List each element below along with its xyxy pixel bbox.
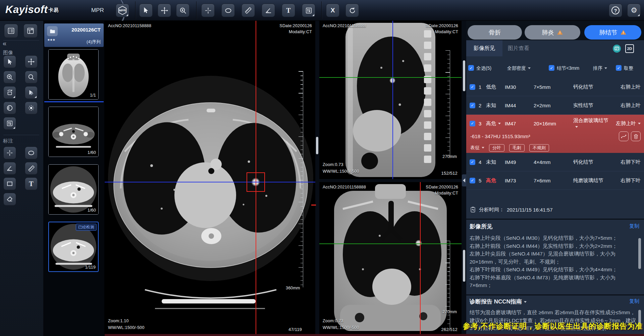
angle-tool-button[interactable] (262, 4, 275, 17)
sagittal-slice-counter: 152/512 (441, 171, 458, 176)
window-level-button[interactable] (302, 4, 315, 17)
small-nodule-checkbox[interactable] (549, 65, 554, 71)
sidebar-rotate-button[interactable] (3, 86, 16, 99)
ellipse-annotation-button[interactable] (221, 4, 235, 17)
copy-report-button[interactable]: 复制 (629, 298, 639, 304)
nodule-type-dropdown[interactable]: 混合磨玻璃结节 (573, 117, 609, 129)
nodule-grade-dropdown[interactable]: 高危 (486, 120, 505, 127)
findings-scrollbar-thumb[interactable] (638, 238, 641, 269)
help-button[interactable]: ? (609, 4, 622, 17)
series-thumbnail-detected[interactable]: 已经检测 1/119 (48, 222, 99, 272)
nodule-row-2[interactable]: 2 未知 IM44 2×2mm 实性结节 右肺上叶 (466, 96, 644, 115)
sidebar-zoom-in-button[interactable] (3, 71, 16, 83)
cursor-icon (142, 7, 150, 14)
feature-chip-irregular[interactable]: 不规则 (529, 144, 549, 152)
contrast-icon (6, 104, 13, 112)
mpr-layout-button[interactable]: MPR (116, 4, 129, 17)
module-tab-fracture[interactable]: 骨折 (468, 25, 522, 40)
module-tab-lung-nodule[interactable]: 肺结节 (584, 25, 641, 40)
close-layout-button[interactable] (23, 24, 38, 38)
coronal-crosshair-horizontal[interactable] (319, 243, 462, 244)
settings-button[interactable]: ⚙ (627, 4, 641, 17)
delete-annotation-button[interactable]: X (326, 4, 339, 17)
series-thumbnail-scout[interactable]: 1/1 (48, 49, 99, 100)
sagittal-crosshair-vertical[interactable] (392, 21, 393, 179)
coronal-crosshair-vertical[interactable] (420, 182, 421, 336)
round-checkbox[interactable] (616, 65, 622, 71)
sagittal-crosshair-horizontal[interactable] (319, 77, 462, 78)
coronal-viewport[interactable]: AccNO:202101158888 SDate:20200126 Modali… (319, 182, 462, 336)
annotate-ruler-button[interactable] (25, 162, 38, 175)
sidebar-pointer-button[interactable] (3, 55, 16, 68)
annotate-eraser-button[interactable] (3, 193, 16, 206)
logo-suffix: 卡易 (48, 7, 59, 13)
views-scrollbar-thumb[interactable] (463, 60, 465, 91)
ruler-tool-button[interactable] (241, 4, 255, 17)
nodule-row-4[interactable]: 4 未知 IM49 4×4mm 钙化结节 右肺下叶 (466, 153, 644, 171)
tab-image-view[interactable]: 图片查看 (508, 40, 529, 56)
sidebar-window-level-button[interactable] (3, 117, 16, 130)
nodule-location-dropdown[interactable]: 左肺上叶 (609, 120, 641, 127)
small-nodule-label[interactable]: 结节<3mm (557, 65, 579, 71)
annotate-rectangle-button[interactable] (3, 177, 16, 190)
axial-viewport[interactable]: AccNO:202101158888 SDate:20200126 Modali… (105, 21, 315, 336)
nodule-checkbox[interactable] (470, 103, 475, 108)
sidebar-invert-button[interactable] (3, 102, 16, 114)
nodule-roi-box[interactable] (247, 172, 265, 192)
series-thumbnail-soft[interactable]: 1/60 (48, 164, 99, 215)
sidebar-cine-play-button[interactable] (25, 86, 38, 99)
annotate-ellipse-button[interactable] (25, 147, 38, 159)
feature-chip-lobulation[interactable]: 分叶 (489, 144, 504, 152)
histogram-curve-button[interactable] (619, 131, 629, 141)
tab-image-findings[interactable]: 影像所见 (466, 40, 502, 56)
report-list-button[interactable] (4, 24, 18, 38)
nodule-checkbox[interactable] (470, 121, 475, 126)
crosshair-annotation-button[interactable] (201, 4, 215, 17)
nodule-checkbox[interactable] (470, 159, 475, 165)
views-scrollbar-thumb-lower[interactable] (463, 250, 465, 282)
toggle-2d-button[interactable]: 2D (625, 44, 634, 53)
text-annotation-button[interactable]: T (282, 4, 295, 17)
pointer-tool-button[interactable] (139, 4, 153, 17)
series-thumbnail-bone[interactable]: 1/60 (48, 107, 99, 157)
annotate-angle-button[interactable] (3, 162, 16, 175)
axial-crosshair-horizontal[interactable] (105, 182, 315, 182)
sagittal-modality: Modality:CT (435, 30, 458, 34)
report-feedback-button[interactable] (612, 44, 621, 53)
nodule-checkbox[interactable] (470, 178, 475, 183)
nodule-row-5[interactable]: 5 高危 IM73 7×6mm 纯磨玻璃结节 右肺下叶 (466, 171, 644, 190)
nodule-image-no: IM44 (505, 103, 534, 108)
collapse-panel-handle[interactable] (462, 174, 466, 186)
feature-dropdown[interactable]: 表征 (470, 145, 484, 150)
sagittal-viewport[interactable]: AccNO:202101158888 SDate:20200126 Modali… (319, 21, 462, 179)
sidebar-brightness-button[interactable] (25, 102, 38, 114)
zoom-tool-button[interactable] (176, 4, 190, 17)
annotate-text-button[interactable]: T (25, 177, 38, 190)
pan-tool-button[interactable] (158, 4, 171, 17)
reset-view-button[interactable] (345, 4, 359, 17)
sidebar-pan-button[interactable] (25, 55, 38, 68)
copy-findings-button[interactable]: 复制 (629, 223, 639, 229)
annotate-point-button[interactable] (3, 147, 16, 159)
round-label[interactable]: 取整 (624, 65, 633, 71)
2d-icon-label: 2D (627, 47, 632, 51)
axial-scrollbar-thumb[interactable] (316, 137, 318, 154)
density-filter-dropdown[interactable]: 全部密度 (507, 65, 531, 71)
thumbnail-counter: 1/60 (88, 150, 96, 155)
collapse-sidebar-button[interactable]: « (3, 40, 6, 47)
report-title-dropdown[interactable]: 诊断报告 NCCN指南 (470, 298, 527, 305)
select-all-checkbox[interactable] (468, 65, 474, 71)
select-all-label[interactable]: 全选(5) (476, 65, 491, 71)
findings-line: 左肺上叶尖后段（SeNO.4 IM47）见混合磨玻璃结节影，大小为20×16mm… (470, 250, 637, 266)
delete-nodule-button[interactable] (631, 131, 641, 141)
study-header[interactable]: 20200126CT *** (4)序列 (44, 23, 104, 47)
nodule-row-3-selected[interactable]: 3 高危 IM47 20×16mm 混合磨玻璃结节 左肺上叶 -618 - 34… (466, 115, 644, 153)
play-icon (28, 89, 35, 96)
nodule-checkbox[interactable] (470, 84, 475, 90)
open-study-button[interactable] (47, 26, 58, 36)
module-tab-pneumonia[interactable]: 肺炎 (525, 25, 580, 40)
sort-dropdown[interactable]: 排序 (593, 65, 607, 71)
nodule-row-1[interactable]: 1 低危 IM30 7×5mm 钙化结节 右肺上叶 (466, 78, 644, 96)
feature-chip-spiculation[interactable]: 毛刺 (509, 144, 525, 152)
sidebar-magnify-button[interactable] (25, 71, 38, 83)
